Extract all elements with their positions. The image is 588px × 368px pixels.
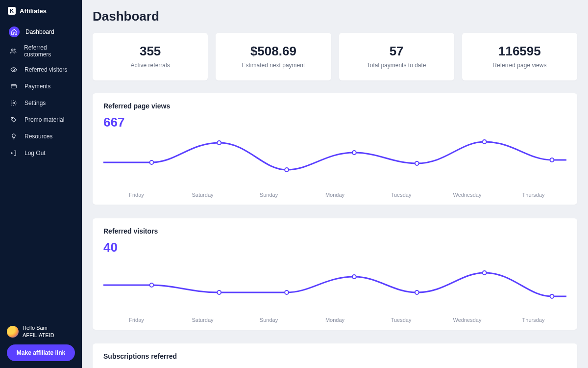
axis-label: Saturday: [170, 317, 236, 323]
nav-label: Referred visitors: [24, 66, 67, 73]
svg-point-16: [352, 275, 356, 279]
tag-icon: [9, 115, 19, 125]
chart-title: Referred page views: [103, 102, 566, 110]
sidebar-footer: Hello Sam AFFILIATEID Make affiliate lin…: [0, 319, 82, 361]
chart-card-visitors: Referred visitors 40 Friday Saturday Sun…: [93, 218, 577, 330]
svg-point-18: [483, 271, 487, 275]
chart-title: Referred visitors: [103, 227, 566, 235]
stats-row: 355 Active referrals $508.69 Estimated n…: [93, 33, 577, 80]
svg-point-2: [13, 69, 15, 71]
axis-label: Sunday: [236, 317, 302, 323]
svg-point-7: [217, 141, 221, 145]
nav-label: Settings: [24, 100, 46, 106]
make-affiliate-link-button[interactable]: Make affiliate link: [7, 344, 75, 361]
svg-point-8: [285, 168, 289, 172]
svg-point-14: [217, 290, 221, 294]
svg-point-4: [13, 102, 15, 104]
svg-point-17: [415, 290, 419, 294]
svg-point-13: [150, 283, 154, 287]
svg-point-1: [14, 49, 15, 50]
svg-point-5: [12, 118, 13, 119]
user-id: AFFILIATEID: [23, 332, 54, 339]
chart-total: 667: [103, 115, 566, 130]
main-content: Dashboard 355 Active referrals $508.69 E…: [82, 0, 588, 368]
svg-point-11: [483, 140, 487, 144]
svg-point-6: [150, 160, 154, 164]
svg-point-10: [415, 161, 419, 165]
sidebar-item-logout[interactable]: Log Out: [4, 145, 78, 161]
stat-value: 355: [98, 44, 203, 59]
user-text: Hello Sam AFFILIATEID: [23, 324, 54, 339]
axis-label: Saturday: [170, 192, 236, 198]
gear-icon: [9, 98, 19, 108]
user-greeting: Hello Sam: [23, 324, 54, 331]
axis-label: Thursday: [500, 192, 566, 198]
brand: K Affiliates: [0, 7, 82, 24]
chart-title: Subscriptions referred: [103, 352, 566, 360]
sidebar-item-settings[interactable]: Settings: [4, 95, 78, 111]
stat-label: Estimated next payment: [220, 62, 326, 69]
chart-total: 66: [103, 365, 566, 368]
axis-label: Thursday: [500, 317, 566, 323]
stat-card-page-views: 116595 Referred page views: [462, 33, 577, 80]
axis-label: Wednesday: [434, 317, 500, 323]
chart-xaxis: Friday Saturday Sunday Monday Tuesday We…: [103, 317, 566, 323]
sidebar-item-dashboard[interactable]: Dashboard: [4, 24, 78, 40]
user-block: Hello Sam AFFILIATEID: [7, 324, 75, 339]
chart-xaxis: Friday Saturday Sunday Monday Tuesday We…: [103, 192, 566, 198]
axis-label: Tuesday: [368, 317, 434, 323]
axis-label: Sunday: [236, 192, 302, 198]
stat-value: 116595: [467, 44, 572, 59]
nav-label: Promo material: [24, 116, 64, 123]
axis-label: Tuesday: [368, 192, 434, 198]
svg-point-12: [550, 158, 554, 162]
sidebar: K Affiliates Dashboard Referred customer…: [0, 0, 82, 368]
axis-label: Friday: [103, 317, 170, 323]
brand-logo-icon: K: [8, 7, 16, 15]
axis-label: Wednesday: [434, 192, 500, 198]
nav-label: Payments: [24, 83, 50, 90]
brand-name: Affiliates: [20, 7, 47, 15]
sidebar-item-resources[interactable]: Resources: [4, 129, 78, 144]
stat-value: $508.69: [220, 44, 326, 59]
svg-point-19: [550, 294, 554, 298]
chart-card-subscriptions: Subscriptions referred 66: [93, 343, 577, 368]
home-icon: [9, 26, 20, 37]
chart-line: [103, 133, 566, 187]
stat-label: Total payments to date: [344, 62, 449, 69]
sidebar-item-promo-material[interactable]: Promo material: [4, 112, 78, 128]
stat-label: Referred page views: [467, 62, 572, 69]
sidebar-nav: Dashboard Referred customers Referred vi…: [0, 24, 82, 161]
svg-rect-3: [11, 85, 17, 88]
axis-label: Monday: [302, 192, 368, 198]
svg-point-15: [285, 290, 289, 294]
axis-label: Friday: [103, 192, 170, 198]
chart-card-page-views: Referred page views 667 Friday Saturday …: [93, 93, 577, 205]
chart-total: 40: [103, 240, 566, 255]
sidebar-item-referred-visitors[interactable]: Referred visitors: [4, 62, 78, 78]
stat-value: 57: [344, 44, 449, 59]
stat-card-total-payments: 57 Total payments to date: [339, 33, 454, 80]
nav-label: Referred customers: [24, 44, 73, 58]
card-icon: [9, 81, 19, 91]
nav-label: Dashboard: [25, 28, 54, 35]
stat-card-active-referrals: 355 Active referrals: [93, 33, 208, 80]
sidebar-item-referred-customers[interactable]: Referred customers: [4, 41, 78, 61]
axis-label: Monday: [302, 317, 368, 323]
sidebar-item-payments[interactable]: Payments: [4, 79, 78, 94]
svg-point-9: [352, 151, 356, 155]
chart-line: [103, 258, 566, 312]
nav-label: Log Out: [24, 150, 46, 157]
nav-label: Resources: [24, 133, 52, 140]
eye-icon: [9, 65, 19, 75]
bulb-icon: [9, 131, 19, 141]
svg-point-0: [12, 49, 14, 51]
stat-card-next-payment: $508.69 Estimated next payment: [216, 33, 331, 80]
users-icon: [9, 46, 18, 56]
stat-label: Active referrals: [98, 62, 203, 69]
logout-icon: [9, 148, 19, 158]
page-title: Dashboard: [93, 9, 577, 24]
avatar: [7, 326, 19, 338]
